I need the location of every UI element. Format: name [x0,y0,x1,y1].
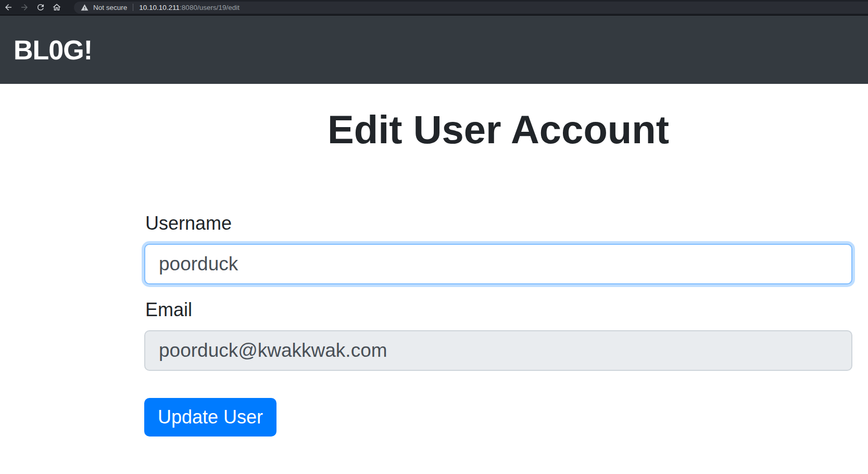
update-user-button[interactable]: Update User [144,398,276,436]
forward-icon[interactable] [20,3,29,12]
username-group: Username [144,209,852,284]
url-host: 10.10.10.211 [139,4,180,11]
edit-user-form: Username Email Update User [144,209,852,436]
url-text[interactable]: 10.10.10.211:8080/users/19/edit [139,4,240,11]
back-icon[interactable] [4,3,13,12]
main-content: Edit User Account Username Email Update … [0,107,868,436]
email-group: Email [144,296,852,371]
browser-toolbar: Not secure 10.10.10.211:8080/users/19/ed… [0,0,868,16]
home-icon[interactable] [52,3,61,12]
security-status[interactable]: Not secure [93,4,127,11]
content-container: Edit User Account Username Email Update … [144,107,852,436]
url-path: :8080/users/19/edit [180,4,240,11]
email-label: Email [145,296,852,324]
address-bar[interactable]: Not secure 10.10.10.211:8080/users/19/ed… [74,2,868,14]
brand-logo[interactable]: BL0G! [14,34,92,66]
browser-nav-buttons [4,3,68,12]
username-label: Username [145,209,852,238]
site-navbar: BL0G! [0,16,868,84]
address-divider [133,4,133,11]
email-input [144,330,852,371]
page-title: Edit User Account [144,107,852,152]
username-input[interactable] [144,244,852,284]
reload-icon[interactable] [36,3,45,12]
warning-icon [81,4,89,11]
